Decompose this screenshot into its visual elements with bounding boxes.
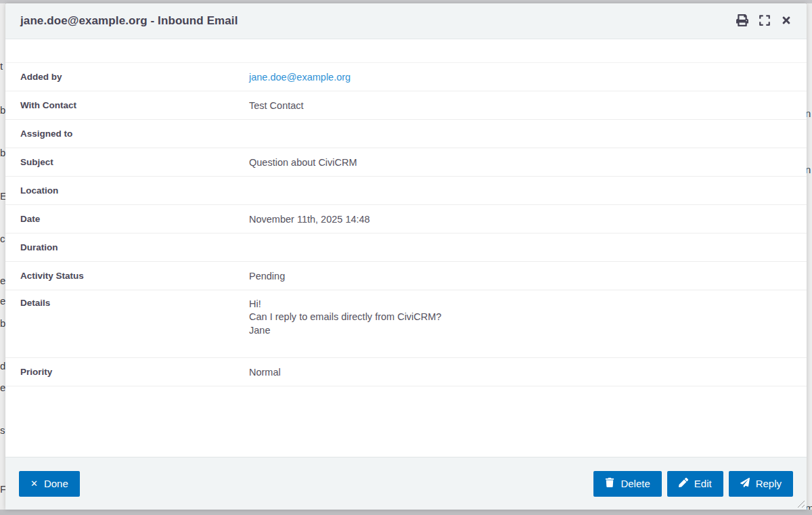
field-row-location: Location [5,177,807,205]
field-value: Normal [249,367,807,378]
delete-button-label: Delete [621,478,650,489]
field-label: Duration [5,242,249,252]
field-value-details: Hi! Can I reply to emails directly from … [249,298,807,337]
dialog-footer: ✕ Done Delete Edit Reply [5,457,807,510]
background-text-fragment: n [807,108,811,118]
background-text-fragment: F [0,484,5,494]
dialog-title: jane.doe@example.org - Inbound Email [20,14,238,28]
field-label: Date [5,214,249,224]
field-label: Subject [5,157,249,167]
background-text-fragment: d [0,361,5,371]
field-label: Added by [5,72,249,82]
activity-field-table: Added by jane.doe@example.org With Conta… [5,62,807,386]
background-text-fragment: b [0,318,5,328]
close-x-icon: ✕ [30,479,38,488]
fullscreen-button[interactable] [757,13,772,30]
added-by-contact-link[interactable]: jane.doe@example.org [249,72,351,83]
details-line: Jane [249,324,807,337]
field-row-details: Details Hi! Can I reply to emails direct… [5,290,807,358]
close-dialog-button[interactable] [780,14,793,29]
activity-view-body: Added by jane.doe@example.org With Conta… [5,39,807,457]
background-text-fragment: s [0,425,5,435]
background-text-fragment: e [0,275,5,286]
field-value: November 11th, 2025 14:48 [249,214,807,225]
background-text-fragment: n [807,164,811,175]
reply-button[interactable]: Reply [729,471,793,497]
background-text-fragment: c [0,233,5,244]
field-value: Pending [249,271,807,282]
background-text-fragment: t [0,61,3,71]
field-row-priority: Priority Normal [5,358,807,386]
field-row-activity-status: Activity Status Pending [5,262,807,290]
field-label: Priority [5,367,249,377]
delete-button[interactable]: Delete [593,471,661,497]
details-line: Can I reply to emails directly from Civi… [249,311,807,323]
done-button[interactable]: ✕ Done [19,471,80,497]
trash-icon [605,478,614,489]
background-page-edge-right: nnm [807,3,812,510]
field-value: Question about CiviCRM [249,157,807,168]
close-icon [781,15,792,28]
dialog-resize-handle[interactable] [796,499,805,508]
page-frame-bottom [0,510,812,515]
field-row-duration: Duration [5,233,807,262]
inbound-email-dialog: jane.doe@example.org - Inbound Email [5,3,807,510]
field-row-date: Date November 11th, 2025 14:48 [5,205,807,233]
print-button[interactable] [735,13,750,30]
field-row-added-by: Added by jane.doe@example.org [5,63,807,91]
dialog-actions [735,13,793,30]
field-row-assigned-to: Assigned to [5,120,807,148]
paper-plane-icon [740,478,750,489]
field-label: Assigned to [5,129,249,139]
field-label: Activity Status [5,271,249,281]
field-label: Location [5,185,249,196]
background-text-fragment: b [0,105,5,115]
field-label: With Contact [5,100,249,110]
field-label: Details [5,298,249,308]
field-value: Test Contact [249,100,807,111]
edit-button-label: Edit [694,478,712,489]
edit-button[interactable]: Edit [667,471,723,497]
field-value: jane.doe@example.org [249,72,807,83]
background-text-fragment: E [0,191,5,201]
done-button-label: Done [44,478,68,489]
details-line: Hi! [249,298,807,311]
background-text-fragment: b [0,148,5,158]
background-text-fragment: m [807,503,812,510]
field-row-with-contact: With Contact Test Contact [5,91,807,120]
background-page-edge-left: tbbEceebdesF [0,3,5,510]
background-text-fragment: e [0,296,5,306]
footer-action-buttons: Delete Edit Reply [593,471,793,497]
expand-icon [759,14,771,28]
dialog-titlebar: jane.doe@example.org - Inbound Email [5,3,807,39]
field-row-subject: Subject Question about CiviCRM [5,148,807,177]
pencil-icon [679,478,688,489]
print-icon [736,14,748,28]
reply-button-label: Reply [756,478,782,489]
background-text-fragment: e [0,382,5,393]
